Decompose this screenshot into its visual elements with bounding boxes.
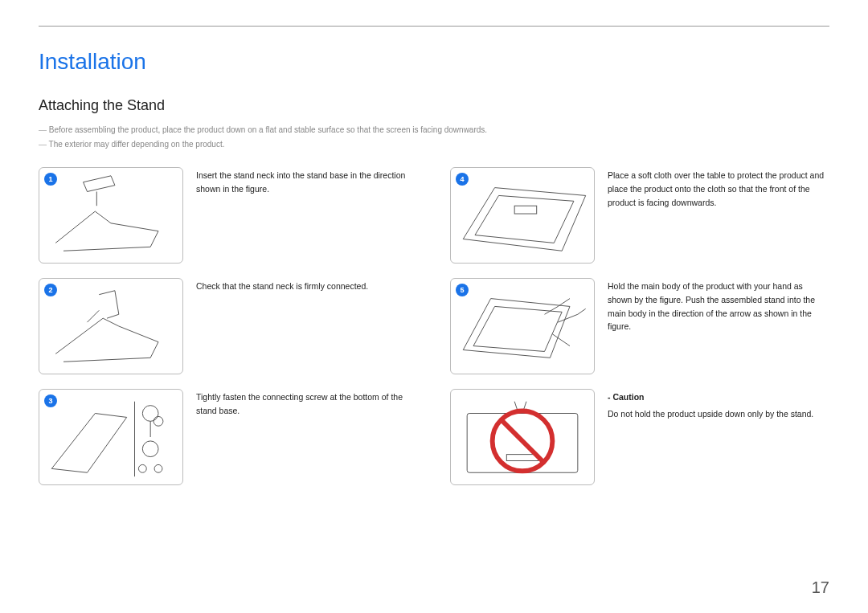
step-2-figure: 2 <box>39 278 183 374</box>
page-number: 17 <box>812 578 829 597</box>
step-4-text: Place a soft cloth over the table to pro… <box>608 167 829 209</box>
note-line: Before assembling the product, place the… <box>39 124 829 137</box>
step-5-figure: 5 <box>450 278 595 374</box>
step-4: 4 Place a soft cloth over the table to p… <box>450 167 829 264</box>
step-2: 2 Check that the stand neck is firmly co… <box>39 278 418 374</box>
svg-point-6 <box>142 441 158 457</box>
svg-marker-13 <box>473 306 562 351</box>
svg-marker-10 <box>475 195 574 243</box>
step-1-figure: 1 <box>39 167 183 264</box>
step-badge: 1 <box>44 173 57 186</box>
caution-figure <box>450 389 595 485</box>
caution-label: - Caution <box>608 390 813 404</box>
step-1: 1 Insert the stand neck into the stand b… <box>39 167 418 264</box>
stand-neck-insert-icon <box>39 168 182 263</box>
svg-point-8 <box>154 464 162 472</box>
svg-marker-0 <box>84 176 115 192</box>
step-3-text: Tightly fasten the connecting screw at t… <box>196 389 418 418</box>
step-5: 5 Hold the main body of the product with… <box>450 278 829 374</box>
place-cloth-icon <box>451 168 594 263</box>
prohibit-icon <box>451 390 594 484</box>
step-5-text: Hold the main body of the product with y… <box>608 278 829 333</box>
svg-point-3 <box>142 406 158 422</box>
manual-page: Installation Attaching the Stand Before … <box>0 0 868 613</box>
screw-fasten-icon <box>39 390 182 484</box>
svg-point-7 <box>138 464 146 472</box>
step-caution: - Caution Do not hold the product upside… <box>450 389 829 485</box>
step-3-figure: 3 <box>39 389 183 485</box>
steps-grid: 1 Insert the stand neck into the stand b… <box>39 167 829 485</box>
svg-line-17 <box>501 419 543 462</box>
step-4-figure: 4 <box>450 167 595 264</box>
caution-text: Do not hold the product upside down only… <box>608 407 813 421</box>
step-badge: 4 <box>456 173 469 186</box>
svg-point-5 <box>154 416 163 426</box>
page-title: Installation <box>39 49 829 75</box>
right-column: 4 Place a soft cloth over the table to p… <box>450 167 829 485</box>
step-badge: 2 <box>44 284 57 296</box>
step-2-text: Check that the stand neck is firmly conn… <box>196 278 368 293</box>
top-rule <box>39 26 829 27</box>
push-stand-icon <box>451 279 594 374</box>
note-line: The exterior may differ depending on the… <box>39 138 829 151</box>
stand-neck-check-icon <box>39 279 182 374</box>
svg-rect-11 <box>514 206 537 214</box>
section-title: Attaching the Stand <box>39 97 829 114</box>
step-3: 3 Tightly fasten the connecting screw at… <box>39 389 418 485</box>
step-badge: 3 <box>44 394 57 407</box>
caution-text-block: - Caution Do not hold the product upside… <box>608 389 813 421</box>
step-badge: 5 <box>456 284 469 296</box>
left-column: 1 Insert the stand neck into the stand b… <box>39 167 418 485</box>
step-1-text: Insert the stand neck into the stand bas… <box>196 167 418 196</box>
